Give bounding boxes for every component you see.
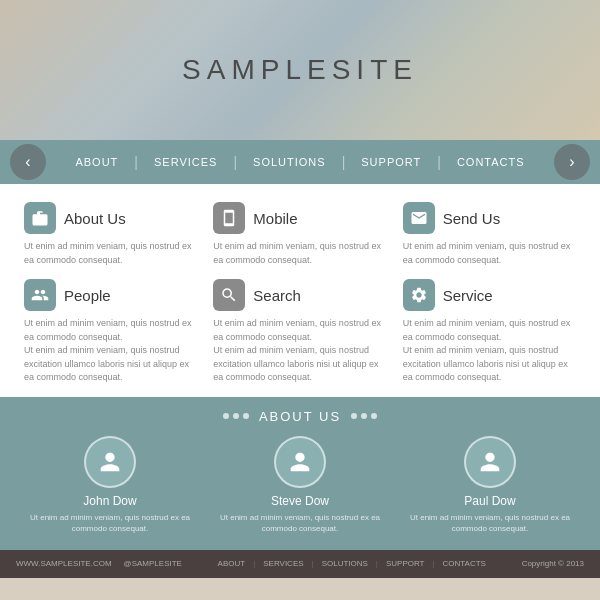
main-content: About Us Ut enim ad minim veniam, quis n…: [0, 184, 600, 397]
briefcase-icon: [24, 202, 56, 234]
people-icon: [24, 279, 56, 311]
site-title: SAMPLESITE: [182, 54, 418, 86]
feature-text-5: Ut enim ad minim veniam, quis nostrud ex…: [213, 317, 386, 385]
nav-next-arrow[interactable]: ›: [554, 144, 590, 180]
dot-2: [233, 413, 239, 419]
member-name-john: John Dow: [83, 494, 136, 508]
footer-left: WWW.SAMPLESITE.COM @SAMPLESITE: [16, 559, 182, 568]
feature-header-1: About Us: [24, 202, 197, 234]
team-grid: John Dow Ut enim ad minim veniam, quis n…: [20, 436, 580, 534]
footer-copyright: Copyright © 2013: [522, 559, 584, 568]
footer-twitter: @SAMPLESITE: [124, 559, 182, 568]
dot-6: [371, 413, 377, 419]
avatar-steve: [274, 436, 326, 488]
footer-nav-contacts[interactable]: CONTACTS: [443, 559, 486, 568]
member-text-steve: Ut enim ad minim veniam, quis nostrud ex…: [210, 512, 390, 534]
feature-title-4: People: [64, 287, 111, 304]
search-icon: [213, 279, 245, 311]
feature-service: Service Ut enim ad minim veniam, quis no…: [403, 279, 576, 385]
team-member-steve: Steve Dow Ut enim ad minim veniam, quis …: [210, 436, 390, 534]
about-title: About Us: [259, 409, 341, 424]
about-header: About Us: [20, 409, 580, 424]
member-name-steve: Steve Dow: [271, 494, 329, 508]
feature-text-6: Ut enim ad minim veniam, quis nostrud ex…: [403, 317, 576, 385]
footer-nav-support[interactable]: SUPPORT: [386, 559, 425, 568]
team-member-john: John Dow Ut enim ad minim veniam, quis n…: [20, 436, 200, 534]
hero-section: SAMPLESITE: [0, 0, 600, 140]
mail-icon: [403, 202, 435, 234]
about-dots-right: [351, 413, 377, 419]
feature-mobile: Mobile Ut enim ad minim veniam, quis nos…: [213, 202, 386, 267]
feature-people: People Ut enim ad minim veniam, quis nos…: [24, 279, 197, 385]
dot-5: [361, 413, 367, 419]
feature-title-6: Service: [443, 287, 493, 304]
nav-item-services[interactable]: SERVICES: [138, 156, 233, 168]
feature-text-2: Ut enim ad minim veniam, quis nostrud ex…: [213, 240, 386, 267]
nav-item-support[interactable]: SUPPORT: [345, 156, 437, 168]
member-text-john: Ut enim ad minim veniam, quis nostrud ex…: [20, 512, 200, 534]
footer-nav-about[interactable]: ABOUT: [218, 559, 246, 568]
about-dots-left: [223, 413, 249, 419]
feature-title-1: About Us: [64, 210, 126, 227]
feature-header-3: Send Us: [403, 202, 576, 234]
nav-prev-arrow[interactable]: ‹: [10, 144, 46, 180]
team-member-paul: Paul Dow Ut enim ad minim veniam, quis n…: [400, 436, 580, 534]
feature-text-4: Ut enim ad minim veniam, quis nostrud ex…: [24, 317, 197, 385]
feature-text-1: Ut enim ad minim veniam, quis nostrud ex…: [24, 240, 197, 267]
navigation-bar: ‹ ABOUT | SERVICES | SOLUTIONS | SUPPORT…: [0, 140, 600, 184]
feature-header-4: People: [24, 279, 197, 311]
dot-4: [351, 413, 357, 419]
footer-nav: ABOUT | SERVICES | SOLUTIONS | SUPPORT |…: [218, 559, 486, 568]
gear-icon: [403, 279, 435, 311]
dot-1: [223, 413, 229, 419]
avatar-paul: [464, 436, 516, 488]
feature-header-6: Service: [403, 279, 576, 311]
footer-nav-solutions[interactable]: SOLUTIONS: [322, 559, 368, 568]
nav-item-about[interactable]: ABOUT: [59, 156, 134, 168]
mobile-icon: [213, 202, 245, 234]
feature-header-2: Mobile: [213, 202, 386, 234]
feature-title-3: Send Us: [443, 210, 501, 227]
member-text-paul: Ut enim ad minim veniam, quis nostrud ex…: [400, 512, 580, 534]
feature-title-5: Search: [253, 287, 301, 304]
feature-send-us: Send Us Ut enim ad minim veniam, quis no…: [403, 202, 576, 267]
feature-header-5: Search: [213, 279, 386, 311]
feature-title-2: Mobile: [253, 210, 297, 227]
about-us-section: About Us John Dow Ut enim ad minim venia…: [0, 397, 600, 550]
footer-url: WWW.SAMPLESITE.COM: [16, 559, 112, 568]
avatar-john: [84, 436, 136, 488]
dot-3: [243, 413, 249, 419]
feature-text-3: Ut enim ad minim veniam, quis nostrud ex…: [403, 240, 576, 267]
feature-search: Search Ut enim ad minim veniam, quis nos…: [213, 279, 386, 385]
footer-nav-services[interactable]: SERVICES: [263, 559, 303, 568]
features-grid: About Us Ut enim ad minim veniam, quis n…: [24, 202, 576, 385]
nav-item-solutions[interactable]: SOLUTIONS: [237, 156, 342, 168]
footer: WWW.SAMPLESITE.COM @SAMPLESITE ABOUT | S…: [0, 550, 600, 578]
feature-about-us: About Us Ut enim ad minim veniam, quis n…: [24, 202, 197, 267]
nav-item-contacts[interactable]: CONTACTS: [441, 156, 541, 168]
nav-items-container: ABOUT | SERVICES | SOLUTIONS | SUPPORT |…: [59, 154, 540, 170]
member-name-paul: Paul Dow: [464, 494, 515, 508]
